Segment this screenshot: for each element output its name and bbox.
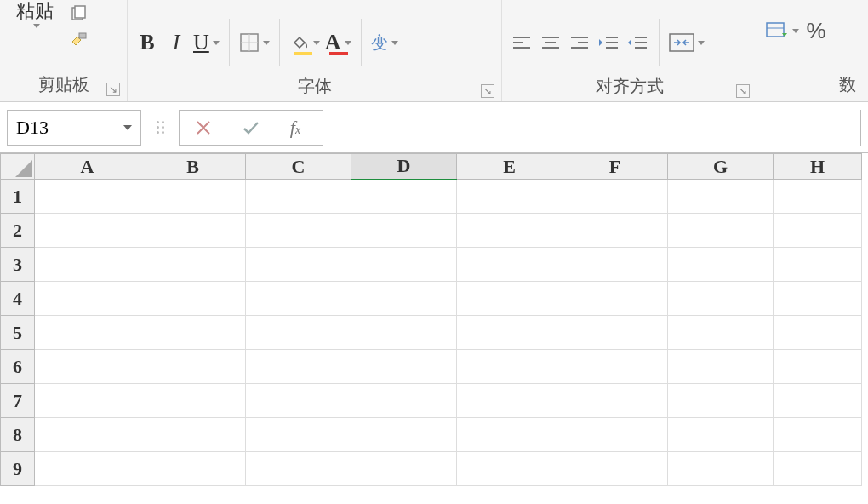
clipboard-launcher[interactable] bbox=[106, 83, 120, 96]
cell-A8[interactable] bbox=[35, 418, 140, 452]
cell-F2[interactable] bbox=[562, 214, 668, 248]
cell-G1[interactable] bbox=[668, 180, 774, 214]
row-header-5[interactable]: 5 bbox=[1, 316, 35, 350]
column-header-D[interactable]: D bbox=[351, 154, 457, 180]
cell-H9[interactable] bbox=[774, 452, 862, 486]
column-header-G[interactable]: G bbox=[668, 154, 774, 180]
cell-G5[interactable] bbox=[668, 316, 774, 350]
row-header-1[interactable]: 1 bbox=[1, 180, 35, 214]
column-header-C[interactable]: C bbox=[246, 154, 351, 180]
cell-B5[interactable] bbox=[140, 316, 246, 350]
row-header-3[interactable]: 3 bbox=[1, 248, 35, 282]
cell-H2[interactable] bbox=[774, 214, 862, 248]
cell-F6[interactable] bbox=[562, 350, 668, 384]
cell-B3[interactable] bbox=[140, 248, 246, 282]
cell-A7[interactable] bbox=[35, 384, 140, 418]
enter-button[interactable] bbox=[227, 111, 275, 145]
cell-B7[interactable] bbox=[140, 384, 246, 418]
cell-D3[interactable] bbox=[351, 248, 457, 282]
cell-H5[interactable] bbox=[774, 316, 862, 350]
cell-A3[interactable] bbox=[35, 248, 140, 282]
column-header-B[interactable]: B bbox=[140, 154, 246, 180]
cell-A2[interactable] bbox=[35, 214, 140, 248]
cell-G9[interactable] bbox=[668, 452, 774, 486]
cell-B8[interactable] bbox=[140, 418, 246, 452]
cell-H6[interactable] bbox=[774, 350, 862, 384]
insert-function-button[interactable]: fx bbox=[275, 111, 323, 145]
cell-H3[interactable] bbox=[774, 248, 862, 282]
cell-F4[interactable] bbox=[562, 282, 668, 316]
cell-C2[interactable] bbox=[246, 214, 351, 248]
cell-G2[interactable] bbox=[668, 214, 774, 248]
cell-F3[interactable] bbox=[562, 248, 668, 282]
cancel-button[interactable] bbox=[180, 111, 227, 145]
cell-B2[interactable] bbox=[140, 214, 246, 248]
cell-C9[interactable] bbox=[246, 452, 351, 486]
cell-D9[interactable] bbox=[351, 452, 457, 486]
name-box[interactable]: D13 bbox=[7, 110, 141, 146]
cell-C8[interactable] bbox=[246, 418, 351, 452]
cell-F7[interactable] bbox=[562, 384, 668, 418]
cell-D4[interactable] bbox=[351, 282, 457, 316]
paste-button[interactable]: 粘贴 bbox=[5, 2, 65, 28]
cell-E9[interactable] bbox=[457, 452, 562, 486]
column-header-E[interactable]: E bbox=[457, 154, 562, 180]
cell-D6[interactable] bbox=[351, 350, 457, 384]
cell-H7[interactable] bbox=[774, 384, 862, 418]
cell-F8[interactable] bbox=[562, 418, 668, 452]
underline-button[interactable]: U bbox=[192, 27, 220, 58]
cell-C4[interactable] bbox=[246, 282, 351, 316]
phonetic-guide-button[interactable]: 变 bbox=[370, 27, 399, 58]
font-color-button[interactable]: A bbox=[324, 27, 352, 58]
borders-button[interactable] bbox=[238, 27, 271, 58]
bold-button[interactable]: B bbox=[134, 27, 160, 58]
align-launcher[interactable] bbox=[736, 84, 750, 98]
row-header-7[interactable]: 7 bbox=[1, 384, 35, 418]
cell-B6[interactable] bbox=[140, 350, 246, 384]
cell-D1[interactable] bbox=[351, 180, 457, 214]
cell-A4[interactable] bbox=[35, 282, 140, 316]
copy-icon[interactable] bbox=[66, 2, 92, 27]
cell-H4[interactable] bbox=[774, 282, 862, 316]
column-header-H[interactable]: H bbox=[774, 154, 862, 180]
cell-C1[interactable] bbox=[246, 180, 351, 214]
decrease-indent-button[interactable] bbox=[596, 27, 621, 58]
cell-A5[interactable] bbox=[35, 316, 140, 350]
row-header-2[interactable]: 2 bbox=[1, 214, 35, 248]
cell-G7[interactable] bbox=[668, 384, 774, 418]
cell-E4[interactable] bbox=[457, 282, 562, 316]
percent-button[interactable]: % bbox=[803, 15, 829, 46]
cell-G6[interactable] bbox=[668, 350, 774, 384]
column-header-F[interactable]: F bbox=[562, 154, 668, 180]
align-left-button[interactable] bbox=[509, 27, 534, 58]
cell-C7[interactable] bbox=[246, 384, 351, 418]
cell-F5[interactable] bbox=[562, 316, 668, 350]
cell-D5[interactable] bbox=[351, 316, 457, 350]
fill-color-button[interactable] bbox=[288, 27, 321, 58]
cell-G3[interactable] bbox=[668, 248, 774, 282]
cell-C6[interactable] bbox=[246, 350, 351, 384]
cell-E8[interactable] bbox=[457, 418, 562, 452]
cell-E6[interactable] bbox=[457, 350, 562, 384]
cell-E2[interactable] bbox=[457, 214, 562, 248]
cell-D8[interactable] bbox=[351, 418, 457, 452]
increase-indent-button[interactable] bbox=[625, 27, 650, 58]
select-all-corner[interactable] bbox=[1, 154, 35, 180]
cell-C5[interactable] bbox=[246, 316, 351, 350]
cell-B4[interactable] bbox=[140, 282, 246, 316]
align-right-button[interactable] bbox=[567, 27, 592, 58]
merge-cells-button[interactable] bbox=[668, 27, 705, 58]
column-header-A[interactable]: A bbox=[35, 154, 140, 180]
row-header-9[interactable]: 9 bbox=[1, 452, 35, 486]
cell-C3[interactable] bbox=[246, 248, 351, 282]
row-header-6[interactable]: 6 bbox=[1, 350, 35, 384]
row-header-8[interactable]: 8 bbox=[1, 418, 35, 452]
format-painter-icon[interactable] bbox=[66, 27, 92, 53]
cell-E7[interactable] bbox=[457, 384, 562, 418]
cell-A9[interactable] bbox=[35, 452, 140, 486]
italic-button[interactable]: I bbox=[163, 27, 189, 58]
cell-E1[interactable] bbox=[457, 180, 562, 214]
align-center-button[interactable] bbox=[538, 27, 563, 58]
cell-G8[interactable] bbox=[668, 418, 774, 452]
cell-D2[interactable] bbox=[351, 214, 457, 248]
